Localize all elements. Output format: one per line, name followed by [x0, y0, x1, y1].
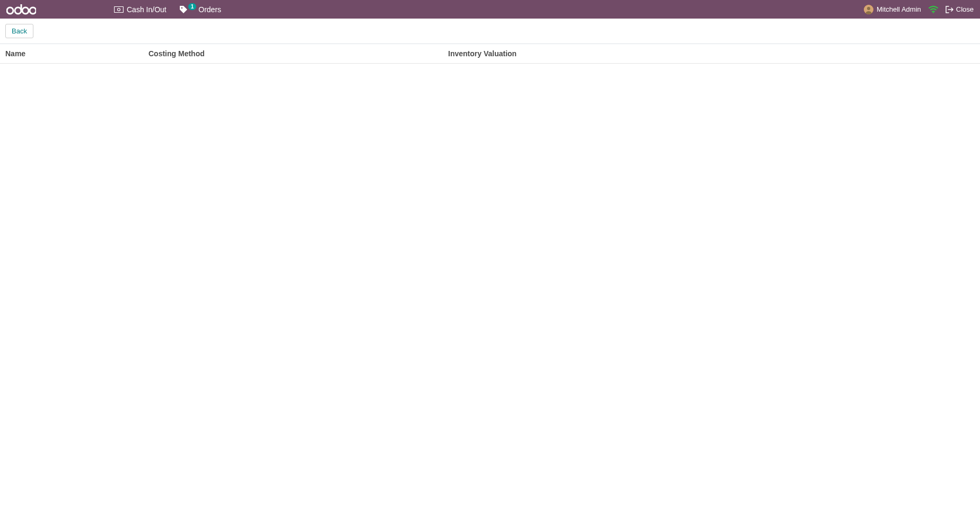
odoo-logo[interactable] [6, 4, 36, 15]
svg-point-5 [118, 8, 120, 11]
wifi-icon [929, 6, 938, 13]
close-button[interactable]: Close [946, 5, 974, 13]
svg-point-1 [15, 7, 21, 14]
column-header-costing-method[interactable]: Costing Method [148, 49, 448, 58]
user-name: Mitchell Admin [877, 5, 921, 13]
svg-point-8 [867, 7, 870, 10]
svg-point-9 [933, 12, 934, 13]
user-menu[interactable]: Mitchell Admin [864, 5, 921, 14]
svg-point-3 [30, 7, 36, 14]
column-header-inventory-valuation[interactable]: Inventory Valuation [448, 49, 975, 58]
cash-in-out-button[interactable]: Cash In/Out [108, 5, 173, 14]
svg-point-2 [22, 7, 29, 14]
navbar-left: Cash In/Out 1 Orders [6, 4, 228, 15]
cash-label: Cash In/Out [127, 5, 167, 14]
svg-point-0 [7, 7, 13, 14]
cash-icon [114, 6, 124, 13]
orders-badge: 1 [188, 3, 197, 10]
close-label: Close [956, 5, 974, 13]
avatar [864, 5, 873, 14]
top-navbar: Cash In/Out 1 Orders Mitchell [0, 0, 980, 19]
svg-rect-4 [115, 6, 124, 12]
subheader: Back [0, 19, 980, 44]
orders-label: Orders [198, 5, 221, 14]
orders-button[interactable]: 1 Orders [173, 5, 228, 14]
tag-icon [179, 5, 188, 14]
back-button[interactable]: Back [5, 24, 33, 38]
svg-point-6 [181, 7, 182, 8]
column-header-name[interactable]: Name [5, 49, 148, 58]
table-header-row: Name Costing Method Inventory Valuation [0, 44, 980, 64]
navbar-right: Mitchell Admin Close [864, 5, 974, 14]
